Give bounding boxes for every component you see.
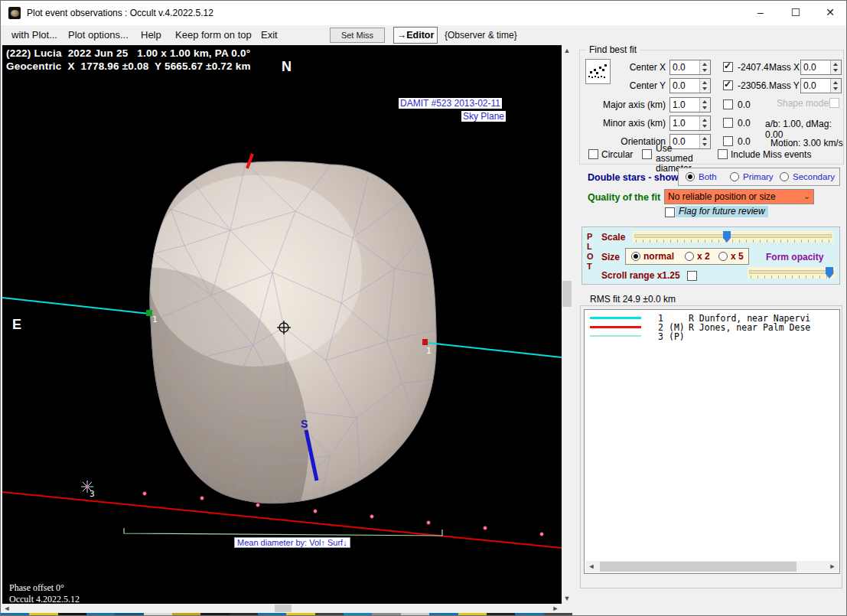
observations-list[interactable]: 1 R Dunford, near Napervi 2 (M) R Jones,… xyxy=(584,309,840,574)
mass-y-spinner[interactable]: 0.0 xyxy=(800,78,842,93)
menu-exit[interactable]: Exit xyxy=(261,25,278,45)
maximize-icon[interactable]: ☐ xyxy=(778,1,813,25)
size-x2-label: x 2 xyxy=(697,251,710,262)
plot-canvas[interactable]: (222) Lucia 2022 Jun 25 1.00 x 1.00 km, … xyxy=(2,45,562,604)
asteroid-shape-model: S 1 1 3 xyxy=(2,45,562,604)
major-axis-label: Major axis (km) xyxy=(580,99,666,110)
find-best-fit-title: Find best fit xyxy=(586,44,640,55)
menu-with-plot[interactable]: with Plot... xyxy=(11,25,57,45)
fit-orientation-checkbox[interactable] xyxy=(723,136,733,146)
chevron-down-icon: ⌄ xyxy=(803,191,810,201)
chord1-left xyxy=(2,298,149,314)
chord1-right-label: 1 xyxy=(426,346,432,356)
scroll-up-icon[interactable]: ▲ xyxy=(562,46,572,55)
fit-major-value: 0.0 xyxy=(738,99,751,110)
double-stars-label: Double stars - show xyxy=(588,172,679,183)
observations-panel: 1 R Dunford, near Napervi 2 (M) R Jones,… xyxy=(580,305,842,588)
chord-color-swatch xyxy=(590,335,641,337)
scroll-down-icon[interactable]: ▼ xyxy=(562,594,572,603)
major-axis-spinner[interactable]: 1.0 xyxy=(669,97,711,112)
scroll-right-icon[interactable]: ► xyxy=(828,562,837,571)
chord1-left-label: 1 xyxy=(152,315,158,324)
set-miss-times-button[interactable]: Set Miss Times xyxy=(330,28,385,43)
menu-help[interactable]: Help xyxy=(141,25,161,45)
find-best-fit-group: Find best fit Center X 0.0 -2407.4 Mas xyxy=(579,50,844,165)
plot-letter-p: P xyxy=(587,232,592,242)
shape-model-checkbox[interactable] xyxy=(829,98,839,108)
plot-horizontal-scrollbar[interactable]: ◄ ► xyxy=(1,604,562,613)
background-strip xyxy=(1,613,572,616)
list-item[interactable]: 3 (P) xyxy=(585,331,839,341)
menu-plot-options[interactable]: Plot options... xyxy=(68,25,129,45)
editor-button[interactable]: →Editor xyxy=(393,27,438,44)
size-normal-radio[interactable] xyxy=(631,252,640,261)
mass-x-label: Mass X xyxy=(769,62,800,73)
chord-color-swatch xyxy=(590,317,641,319)
app-icon xyxy=(8,7,21,19)
flag-review-checkbox[interactable] xyxy=(665,207,675,217)
quality-dropdown[interactable]: No reliable position or size ⌄ xyxy=(664,189,814,204)
size-label: Size xyxy=(601,252,620,262)
use-assumed-diameter-checkbox[interactable] xyxy=(642,149,652,159)
list-horizontal-scrollbar[interactable]: ◄ ► xyxy=(585,561,839,572)
close-icon[interactable]: ✕ xyxy=(813,1,847,25)
window-title: Plot event observations : Occult v.4.202… xyxy=(27,1,213,25)
size-x2-radio[interactable] xyxy=(685,252,694,261)
control-panel: Find best fit Center X 0.0 -2407.4 Mas xyxy=(573,45,846,613)
menu-bar: with Plot... Plot options... Help Keep f… xyxy=(1,25,846,45)
include-miss-checkbox[interactable] xyxy=(718,149,728,159)
quality-label: Quality of the fit xyxy=(588,192,660,203)
center-y-spinner[interactable]: 0.0 xyxy=(669,78,711,93)
center-x-spinner[interactable]: 0.0 xyxy=(669,60,711,75)
rms-fit-label: RMS fit 24.9 ±0.0 km xyxy=(590,294,676,305)
scale-slider[interactable] xyxy=(633,231,833,243)
horizontal-scroll-thumb[interactable] xyxy=(275,605,292,612)
shape-model-label: Shape model xyxy=(777,98,831,109)
miss-track-dots xyxy=(143,492,543,536)
size-normal-label: normal xyxy=(643,251,674,262)
chord1-right-marker xyxy=(422,339,428,345)
fit-center-y-checkbox[interactable] xyxy=(723,80,733,90)
double-stars-both-radio[interactable] xyxy=(686,172,695,181)
size-radio-group: normal x 2 x 5 xyxy=(625,248,749,265)
scroll-range-checkbox[interactable] xyxy=(687,271,697,281)
double-stars-both-label: Both xyxy=(699,172,717,181)
minor-axis-spinner[interactable]: 1.0 xyxy=(669,116,711,131)
plot-letter-o: O xyxy=(587,252,594,262)
list-scroll-thumb[interactable] xyxy=(600,562,797,572)
circular-checkbox[interactable] xyxy=(588,149,598,159)
center-x-label: Center X xyxy=(580,62,666,73)
plot-letter-t: T xyxy=(587,262,592,272)
scroll-right-icon[interactable]: ► xyxy=(551,604,560,613)
form-opacity-label: Form opacity xyxy=(766,252,823,262)
double-stars-primary-label: Primary xyxy=(743,172,774,181)
fit-minor-checkbox[interactable] xyxy=(723,118,733,128)
minimize-icon[interactable]: – xyxy=(743,1,778,25)
center-y-label: Center Y xyxy=(580,80,666,91)
scale-label: Scale xyxy=(601,232,625,243)
circular-label: Circular xyxy=(601,149,633,160)
scroll-left-icon[interactable]: ◄ xyxy=(587,562,596,571)
include-miss-label: Include Miss events xyxy=(731,149,811,160)
scrollbar-corner xyxy=(562,604,572,613)
fit-center-x-checkbox[interactable] xyxy=(723,62,733,72)
mean-diameter-label[interactable]: Mean diameter by: Vol↑ Surf↓ xyxy=(234,537,350,548)
plot-vertical-scrollbar[interactable]: ▲ ▼ xyxy=(562,45,572,604)
title-bar: Plot event observations : Occult v.4.202… xyxy=(1,1,846,25)
orientation-label: Orientation xyxy=(580,136,666,147)
fit-major-checkbox[interactable] xyxy=(723,99,733,109)
menu-keep-on-top[interactable]: Keep form on top xyxy=(175,25,252,45)
observer-time-label: {Observer & time} xyxy=(445,25,517,45)
mass-x-spinner[interactable]: 0.0 xyxy=(800,60,842,75)
fit-minor-value: 0.0 xyxy=(738,118,751,129)
minor-axis-label: Minor axis (km) xyxy=(580,118,666,129)
size-x5-radio[interactable] xyxy=(718,252,728,261)
plot-letter-l: L xyxy=(587,242,592,252)
fit-center-x-value: -2407.4 xyxy=(738,62,771,73)
double-stars-primary-radio[interactable] xyxy=(730,172,739,181)
chord1-right xyxy=(428,343,562,357)
double-stars-secondary-radio[interactable] xyxy=(780,172,789,181)
scroll-left-icon[interactable]: ◄ xyxy=(2,604,11,613)
vertical-scroll-thumb[interactable] xyxy=(562,281,572,307)
form-opacity-slider[interactable] xyxy=(748,267,836,279)
